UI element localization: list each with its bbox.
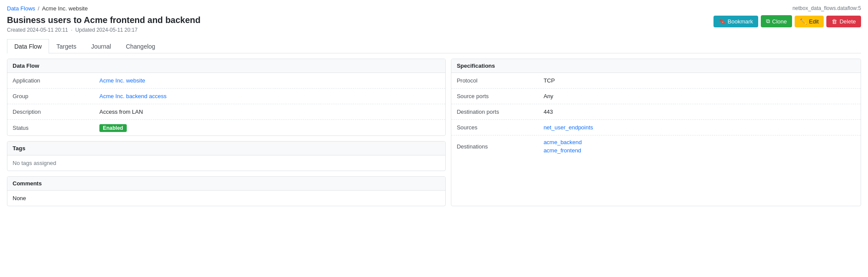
destination-ports-label: Destination ports [451,105,538,119]
comments-value: None [7,191,445,206]
left-column: Data Flow Application Acme Inc. website … [7,59,446,206]
application-link[interactable]: Acme Inc. website [99,77,145,84]
specifications-card-body: Protocol TCP Source ports Any Destinatio… [451,73,861,157]
application-value: Acme Inc. website [94,74,445,87]
header-meta: Created 2024-05-11 20:11 · Updated 2024-… [7,27,201,33]
destination-ports-value: 443 [538,105,861,119]
status-label: Status [7,121,94,135]
sources-value: net_user_endpoints [538,121,861,134]
edit-icon: ✏️ [800,18,807,25]
group-link[interactable]: Acme Inc. backend access [99,93,167,99]
specifications-card-header: Specifications [451,59,861,73]
description-label: Description [7,105,94,119]
tags-card-header: Tags [7,142,445,155]
dataflow-card-header: Data Flow [7,59,445,73]
tags-card: Tags No tags assigned [7,141,446,171]
tabs: Data Flow Targets Journal Changelog [7,39,861,53]
object-id: netbox_data_flows.dataflow:5 [792,5,861,11]
dataflow-card: Data Flow Application Acme Inc. website … [7,59,446,136]
destination-ports-row: Destination ports 443 [451,104,861,120]
destination-link-backend[interactable]: acme_backend [543,139,855,145]
page-header: Business users to Acme frontend and back… [7,15,861,33]
destination-link-frontend[interactable]: acme_frontend [543,147,855,154]
breadcrumb-current: Acme Inc. website [42,5,88,12]
group-label: Group [7,89,94,103]
page-title: Business users to Acme frontend and back… [7,15,201,25]
protocol-row: Protocol TCP [451,73,861,89]
content-area: Data Flow Application Acme Inc. website … [7,59,861,206]
bookmark-button[interactable]: 🔖 Bookmark [713,16,759,27]
header-left: Business users to Acme frontend and back… [7,15,201,33]
tags-empty-text: No tags assigned [7,155,445,171]
destinations-values: acme_backend acme_frontend [538,135,861,157]
comments-card-header: Comments [7,177,445,191]
application-label: Application [7,74,94,87]
destinations-label: Destinations [451,140,538,153]
breadcrumb-parent-link[interactable]: Data Flows [7,5,35,12]
application-row: Application Acme Inc. website [7,73,445,89]
status-badge: Enabled [99,124,127,132]
dataflow-card-body: Application Acme Inc. website Group Acme… [7,73,445,135]
created-date: Created 2024-05-11 20:11 [7,27,68,33]
breadcrumb: Data Flows / Acme Inc. website [7,5,861,12]
action-buttons: 🔖 Bookmark ⧉ Clone ✏️ Edit 🗑 Delete [713,15,861,27]
status-value: Enabled [94,121,445,135]
delete-icon: 🗑 [832,18,837,25]
description-row: Description Access from LAN [7,104,445,120]
delete-button[interactable]: 🗑 Delete [826,16,861,27]
source-ports-value: Any [538,89,861,103]
clone-button[interactable]: ⧉ Clone [761,15,792,27]
updated-date: Updated 2024-05-11 20:17 [75,27,137,33]
sources-link[interactable]: net_user_endpoints [543,124,593,131]
tab-data-flow[interactable]: Data Flow [7,39,49,53]
protocol-value: TCP [538,74,861,87]
tab-targets[interactable]: Targets [49,39,84,53]
breadcrumb-separator: / [38,5,39,12]
tab-journal[interactable]: Journal [84,39,118,53]
sources-label: Sources [451,121,538,134]
source-ports-label: Source ports [451,89,538,103]
destinations-row: Destinations acme_backend acme_frontend [451,135,861,157]
group-value: Acme Inc. backend access [94,89,445,103]
source-ports-row: Source ports Any [451,89,861,104]
specifications-card: Specifications Protocol TCP Source ports… [451,59,861,206]
clone-icon: ⧉ [766,18,770,25]
sources-row: Sources net_user_endpoints [451,120,861,135]
comments-card: Comments None [7,176,446,206]
bookmark-icon: 🔖 [719,18,726,25]
description-value: Access from LAN [94,105,445,119]
tab-changelog[interactable]: Changelog [118,39,163,53]
protocol-label: Protocol [451,74,538,87]
status-row: Status Enabled [7,120,445,135]
group-row: Group Acme Inc. backend access [7,89,445,104]
edit-button[interactable]: ✏️ Edit [795,16,824,27]
